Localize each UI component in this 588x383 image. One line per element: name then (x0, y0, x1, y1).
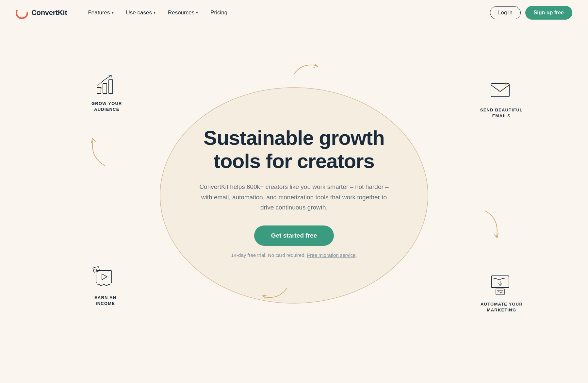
svg-rect-13 (496, 289, 504, 295)
feature-send-emails: SEND BEAUTIFUL EMAILS (480, 78, 523, 119)
migration-link[interactable]: Free migration service (307, 252, 355, 258)
arrow-bottom (259, 285, 288, 302)
grow-icon (91, 71, 122, 97)
svg-point-0 (16, 7, 27, 18)
hero-title: Sustainable growth tools for creators (189, 126, 399, 173)
nav-links: Features ▾ Use cases ▾ Resources ▾ Prici… (83, 6, 490, 19)
logo[interactable]: ConvertKit (16, 7, 67, 19)
trial-text: 14-day free trial. No card required. Fre… (231, 252, 357, 258)
feature-earn-income: EARN AN INCOME (91, 265, 119, 307)
grow-label: GROW YOUR AUDIENCE (91, 101, 122, 112)
logo-icon (16, 7, 28, 19)
nav-use-cases[interactable]: Use cases ▾ (121, 6, 161, 19)
login-button[interactable]: Log in (490, 6, 521, 19)
earn-icon (91, 265, 119, 291)
chevron-down-icon: ▾ (112, 10, 114, 15)
svg-rect-4 (109, 80, 113, 93)
svg-rect-7 (96, 271, 112, 283)
arrow-right (482, 209, 501, 242)
svg-rect-3 (103, 84, 107, 93)
cta-button[interactable]: Get started free (254, 225, 334, 246)
nav-actions: Log in Sign up free (490, 6, 572, 20)
nav-features[interactable]: Features ▾ (83, 6, 119, 19)
email-icon (480, 78, 523, 104)
arrow-top (293, 61, 322, 77)
feature-grow-audience: GROW YOUR AUDIENCE (91, 71, 122, 112)
automate-icon (481, 272, 523, 298)
hero-section: GROW YOUR AUDIENCE SEND BEAUTIFUL EMAILS (0, 25, 588, 365)
svg-line-10 (95, 269, 97, 270)
svg-rect-2 (97, 88, 101, 93)
earn-label: EARN AN INCOME (91, 295, 119, 307)
automate-label: AUTOMATE YOUR MARKETING (481, 301, 523, 313)
svg-point-9 (94, 269, 95, 270)
chevron-down-icon: ▾ (154, 10, 155, 15)
hero-content: Sustainable growth tools for creators Co… (183, 107, 405, 278)
hero-subtitle: ConvertKit helps 600k+ creators like you… (199, 182, 389, 212)
nav-pricing[interactable]: Pricing (205, 6, 233, 19)
nav-resources[interactable]: Resources ▾ (163, 6, 203, 19)
svg-rect-6 (491, 84, 509, 97)
arrow-left (88, 134, 108, 167)
chevron-down-icon: ▾ (196, 10, 198, 15)
email-label: SEND BEAUTIFUL EMAILS (480, 107, 523, 119)
logo-text: ConvertKit (31, 8, 67, 17)
feature-automate-marketing: AUTOMATE YOUR MARKETING (481, 272, 523, 313)
signup-button[interactable]: Sign up free (525, 6, 572, 20)
navigation: ConvertKit Features ▾ Use cases ▾ Resour… (0, 0, 588, 25)
